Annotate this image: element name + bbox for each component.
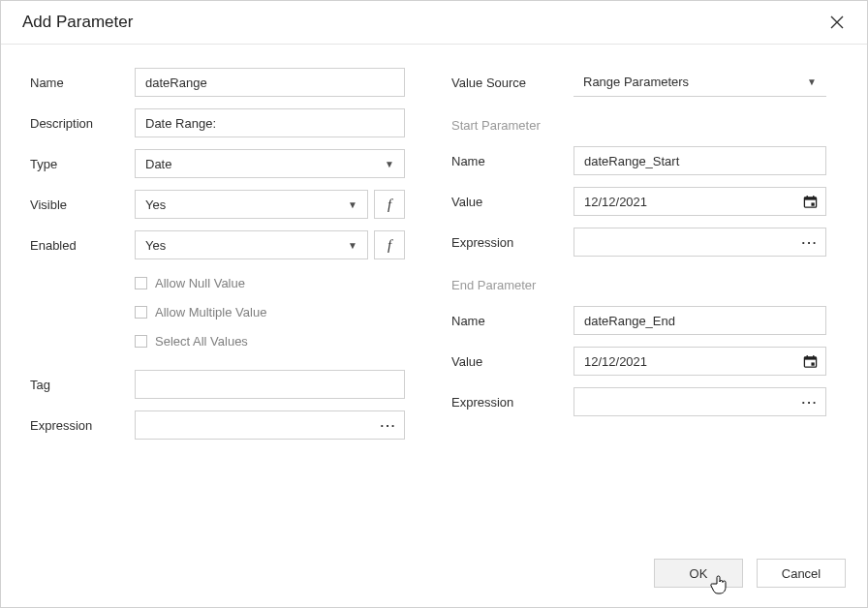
ellipsis-icon: ··· (802, 236, 819, 249)
allow-null-checkbox[interactable]: Allow Null Value (135, 271, 405, 294)
caret-down-icon: ▼ (342, 240, 357, 251)
end-name-row: Name dateRange_End (451, 306, 826, 335)
expression-input[interactable]: ··· (135, 410, 405, 440)
start-name-label: Name (451, 154, 574, 168)
fx-icon: f (388, 237, 391, 254)
end-parameter-heading: End Parameter (451, 278, 826, 292)
checks-row: Allow Null Value Allow Multiple Value Se… (30, 271, 405, 358)
value-source-select[interactable]: Range Parameters ▼ (574, 68, 826, 97)
start-parameter-heading: Start Parameter (451, 118, 826, 133)
end-expression-input[interactable]: ··· (574, 387, 826, 416)
calendar-icon (803, 195, 818, 209)
end-value-label: Value (451, 354, 574, 369)
start-expression-input[interactable]: ··· (574, 228, 826, 257)
dialog-body: Name dateRange Description Date Range: T… (1, 45, 867, 549)
select-all-checkbox[interactable]: Select All Values (135, 329, 405, 352)
end-expression-label: Expression (451, 395, 574, 410)
name-label: Name (30, 76, 135, 90)
start-expression-ellipsis-button[interactable]: ··· (796, 228, 823, 256)
right-column: Value Source Range Parameters ▼ Start Pa… (451, 68, 838, 539)
value-source-label: Value Source (451, 76, 574, 90)
end-value-input[interactable]: 12/12/2021 (574, 347, 826, 376)
caret-down-icon: ▼ (379, 159, 394, 169)
ok-button[interactable]: OK (654, 559, 743, 588)
end-expression-row: Expression ··· (451, 387, 826, 416)
close-button[interactable] (826, 14, 848, 31)
end-expression-ellipsis-button[interactable]: ··· (796, 388, 823, 415)
checkbox-icon (135, 306, 147, 319)
tag-input[interactable] (135, 370, 405, 399)
tag-row: Tag (30, 370, 405, 399)
start-name-row: Name dateRange_Start (451, 146, 826, 175)
visible-label: Visible (30, 198, 135, 212)
description-input[interactable]: Date Range: (135, 108, 405, 137)
allow-multiple-checkbox[interactable]: Allow Multiple Value (135, 300, 405, 323)
caret-down-icon: ▼ (801, 76, 817, 87)
dialog-title: Add Parameter (22, 13, 133, 32)
end-name-input[interactable]: dateRange_End (574, 306, 826, 335)
dialog-footer: OK Cancel (1, 549, 867, 607)
value-source-row: Value Source Range Parameters ▼ (451, 68, 826, 97)
svg-rect-1 (804, 197, 816, 199)
calendar-icon (803, 354, 818, 369)
description-row: Description Date Range: (30, 108, 405, 137)
start-value-row: Value 12/12/2021 (451, 187, 826, 216)
visible-row: Visible Yes ▼ f (30, 190, 405, 219)
svg-rect-6 (804, 356, 816, 359)
ellipsis-icon: ··· (381, 419, 397, 432)
enabled-label: Enabled (30, 238, 135, 253)
enabled-row: Enabled Yes ▼ f (30, 230, 405, 259)
visible-select[interactable]: Yes ▼ (135, 190, 368, 219)
description-label: Description (30, 116, 135, 131)
start-value-calendar-button[interactable] (796, 188, 823, 215)
start-expression-row: Expression ··· (451, 228, 826, 257)
cancel-button[interactable]: Cancel (757, 559, 846, 588)
titlebar: Add Parameter (1, 1, 867, 45)
start-value-input[interactable]: 12/12/2021 (574, 187, 826, 216)
start-name-input[interactable]: dateRange_Start (574, 146, 826, 175)
close-icon (830, 15, 844, 29)
enabled-select[interactable]: Yes ▼ (135, 230, 368, 259)
start-value-label: Value (451, 195, 574, 209)
caret-down-icon: ▼ (342, 199, 357, 210)
type-label: Type (30, 157, 135, 171)
expression-ellipsis-button[interactable]: ··· (375, 411, 402, 439)
ellipsis-icon: ··· (802, 396, 819, 409)
start-expression-label: Expression (451, 235, 574, 250)
tag-label: Tag (30, 378, 135, 392)
left-column: Name dateRange Description Date Range: T… (30, 68, 405, 539)
expression-row: Expression ··· (30, 410, 405, 440)
visible-expression-button[interactable]: f (374, 190, 405, 219)
type-row: Type Date ▼ (30, 149, 405, 178)
svg-rect-2 (811, 202, 814, 205)
type-select[interactable]: Date ▼ (135, 149, 405, 178)
end-value-row: Value 12/12/2021 (451, 347, 826, 376)
expression-label: Expression (30, 418, 135, 433)
end-name-label: Name (451, 314, 574, 328)
add-parameter-dialog: Add Parameter Name dateRange Description… (0, 0, 868, 608)
name-input[interactable]: dateRange (135, 68, 405, 97)
name-row: Name dateRange (30, 68, 405, 97)
end-value-calendar-button[interactable] (796, 348, 823, 375)
checkbox-icon (135, 277, 147, 289)
fx-icon: f (388, 197, 391, 213)
svg-rect-7 (811, 362, 814, 365)
checkbox-icon (135, 335, 147, 348)
enabled-expression-button[interactable]: f (374, 230, 405, 259)
